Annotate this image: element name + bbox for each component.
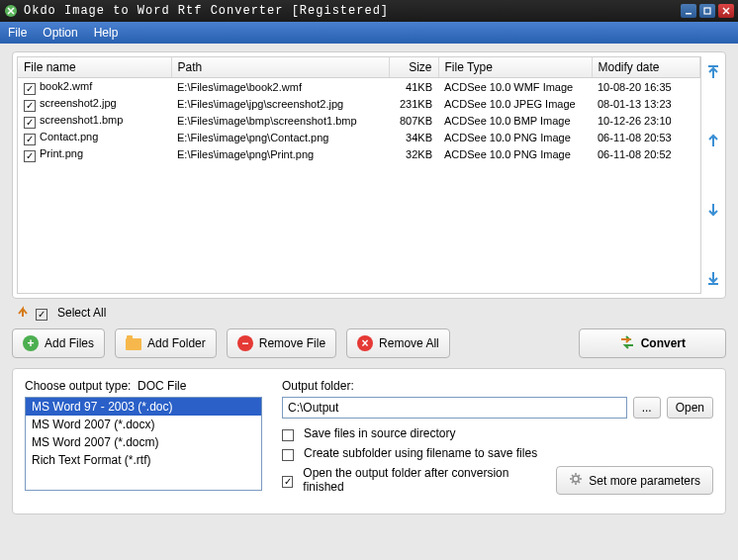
table-row[interactable]: screenshot2.jpgE:\Files\image\jpg\screen… <box>18 95 700 112</box>
move-down-button[interactable] <box>705 202 721 218</box>
col-path[interactable]: Path <box>171 57 389 78</box>
minimize-button[interactable] <box>681 4 696 18</box>
minus-icon: − <box>237 335 253 351</box>
output-folder-label: Output folder: <box>282 379 713 393</box>
menu-file[interactable]: File <box>8 26 27 40</box>
settings-panel: Choose output type: DOC File MS Word 97 … <box>12 368 726 514</box>
move-bottom-button[interactable] <box>705 270 721 286</box>
col-filename[interactable]: File name <box>18 57 171 78</box>
output-type-option[interactable]: Rich Text Format (*.rtf) <box>26 451 261 469</box>
output-type-option[interactable]: MS Word 97 - 2003 (*.doc) <box>26 398 261 416</box>
output-type-option[interactable]: MS Word 2007 (*.docx) <box>26 416 261 433</box>
output-type-label: Choose output type: <box>25 379 131 393</box>
x-icon: × <box>357 335 373 351</box>
create-subfolder-label[interactable]: Create subfolder using filename to save … <box>304 446 537 460</box>
col-modify[interactable]: Modify date <box>592 57 700 78</box>
plus-icon: + <box>23 335 39 351</box>
select-all-checkbox[interactable] <box>36 309 47 321</box>
close-button[interactable] <box>718 4 734 18</box>
open-after-checkbox[interactable] <box>282 476 293 488</box>
create-subfolder-checkbox[interactable] <box>282 449 294 461</box>
row-checkbox[interactable] <box>24 150 36 162</box>
app-icon <box>4 4 18 18</box>
row-checkbox[interactable] <box>24 83 36 95</box>
row-checkbox[interactable] <box>24 117 36 129</box>
open-button[interactable]: Open <box>667 397 713 419</box>
output-type-current: DOC File <box>138 379 186 393</box>
menubar: File Option Help <box>0 22 738 44</box>
table-row[interactable]: screenshot1.bmpE:\Files\image\bmp\screen… <box>18 112 700 129</box>
file-table[interactable]: File name Path Size File Type Modify dat… <box>17 56 701 294</box>
convert-button[interactable]: Convert <box>579 328 726 358</box>
add-files-button[interactable]: + Add Files <box>12 328 105 358</box>
output-type-listbox[interactable]: MS Word 97 - 2003 (*.doc)MS Word 2007 (*… <box>25 397 262 491</box>
gear-icon <box>569 472 583 489</box>
menu-option[interactable]: Option <box>43 26 77 40</box>
add-folder-button[interactable]: Add Folder <box>115 328 217 358</box>
select-all-label[interactable]: Select All <box>57 306 106 320</box>
move-top-button[interactable] <box>705 64 721 80</box>
save-in-source-checkbox[interactable] <box>282 429 294 441</box>
set-more-parameters-button[interactable]: Set more parameters <box>556 466 713 495</box>
table-row[interactable]: book2.wmfE:\Files\image\book2.wmf41KBACD… <box>18 78 700 96</box>
convert-icon <box>619 334 635 353</box>
menu-help[interactable]: Help <box>94 26 119 40</box>
row-checkbox[interactable] <box>24 134 36 145</box>
col-size[interactable]: Size <box>389 57 438 78</box>
save-in-source-label[interactable]: Save files in source directory <box>304 426 455 440</box>
svg-rect-2 <box>704 8 710 14</box>
row-checkbox[interactable] <box>24 100 36 112</box>
open-after-label[interactable]: Open the output folder after conversion … <box>303 466 536 494</box>
output-type-option[interactable]: MS Word 2007 (*.docm) <box>26 433 261 451</box>
remove-all-button[interactable]: × Remove All <box>346 328 450 358</box>
table-row[interactable]: Contact.pngE:\Files\image\png\Contact.pn… <box>18 129 700 145</box>
remove-file-button[interactable]: − Remove File <box>227 328 336 358</box>
svg-point-3 <box>573 476 579 482</box>
col-type[interactable]: File Type <box>438 57 592 78</box>
table-row[interactable]: Print.pngE:\Files\image\png\Print.png32K… <box>18 145 700 162</box>
file-list-panel: File name Path Size File Type Modify dat… <box>12 51 726 299</box>
folder-icon <box>126 338 141 350</box>
up-arrow-icon <box>16 305 30 321</box>
browse-button[interactable]: ... <box>633 397 661 419</box>
titlebar-text: Okdo Image to Word Rtf Converter [Regist… <box>24 4 681 18</box>
maximize-button[interactable] <box>699 4 715 18</box>
output-folder-input[interactable] <box>282 397 627 419</box>
move-up-button[interactable] <box>705 133 721 148</box>
titlebar: Okdo Image to Word Rtf Converter [Regist… <box>0 0 738 22</box>
svg-rect-1 <box>686 13 692 15</box>
